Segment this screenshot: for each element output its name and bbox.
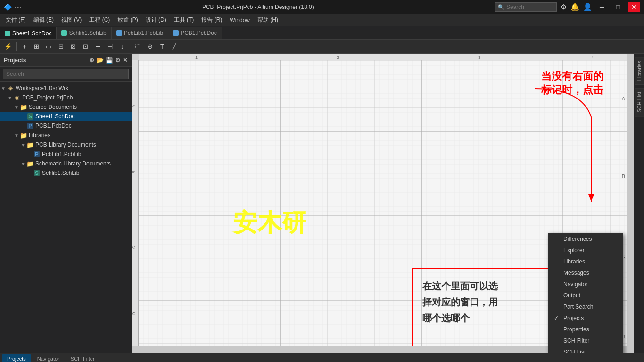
status-tab-projects[interactable]: Projects xyxy=(2,354,31,362)
tree-label: PcbLib1.PcbLib xyxy=(42,151,81,157)
search-bar xyxy=(0,67,132,82)
status-tab-sch-filter[interactable]: SCH Filter xyxy=(66,354,100,362)
tree-item-workspace[interactable]: ▼ ◈ Workspace1.DsnWrk xyxy=(0,83,132,93)
tree-arrow: ▼ xyxy=(13,133,20,138)
menu-item-label: Libraries xyxy=(563,258,585,265)
save-project-icon[interactable]: 💾 xyxy=(106,57,113,64)
tree-icon: P xyxy=(33,150,41,158)
close-button[interactable]: ✕ xyxy=(628,2,640,12)
tree-label: Source Documents xyxy=(29,104,77,110)
right-tab-sch-list[interactable]: SCH List xyxy=(635,88,644,116)
tab-schlib1[interactable]: Schlib1.SchLib xyxy=(57,27,111,39)
user-icon[interactable]: 👤 xyxy=(583,3,592,11)
menu-item-window[interactable]: Window xyxy=(226,16,254,25)
search-input[interactable] xyxy=(3,69,129,79)
notification-icon[interactable]: 🔔 xyxy=(570,3,579,11)
tree-item-pcb1[interactable]: P PCB1.PcbDoc xyxy=(0,121,132,131)
toolbar-btn-2[interactable]: ⊞ xyxy=(31,41,42,52)
title-text: PCB_Project.PrjPcb - Altium Designer (18… xyxy=(22,4,495,10)
context-menu-item-messages[interactable]: Messages xyxy=(548,267,623,279)
context-menu-item-libraries[interactable]: Libraries xyxy=(548,256,623,267)
tree-item-pcblib1[interactable]: P PcbLib1.PcbLib xyxy=(0,149,132,159)
context-menu-item-properties[interactable]: Properties xyxy=(548,324,623,335)
toolbar-btn-13[interactable]: ╱ xyxy=(169,41,180,52)
tree-item-schlib1[interactable]: S Schlib1.SchLib xyxy=(0,168,132,178)
canvas-area[interactable]: 1 2 3 4 A B C D xyxy=(132,54,634,353)
tree-arrow: ▼ xyxy=(7,95,13,100)
menu-item-reports[interactable]: 报告 (R) xyxy=(198,15,226,25)
menu-item-place[interactable]: 放置 (P) xyxy=(114,15,141,25)
tree-item-pcb-lib-docs[interactable]: ▼ 📁 PCB Library Documents xyxy=(0,140,132,149)
tree-item-sch-lib-docs[interactable]: ▼ 📁 Schematic Library Documents xyxy=(0,159,132,168)
menu-item-design[interactable]: 设计 (D) xyxy=(142,15,170,25)
context-menu-item-sch-filter[interactable]: SCH Filter xyxy=(548,335,623,346)
global-search-input[interactable] xyxy=(506,4,553,10)
annotation-center-yellow: 安木研 xyxy=(233,206,306,239)
search-icon: 🔍 xyxy=(498,4,504,10)
menu-item-file[interactable]: 文件 (F) xyxy=(2,15,30,25)
toolbar-btn-10[interactable]: ⬚ xyxy=(132,41,143,52)
tab-icon xyxy=(61,30,67,36)
toolbar-btn-3[interactable]: ▭ xyxy=(43,41,54,52)
toolbar-btn-7[interactable]: ⊢ xyxy=(92,41,103,52)
window-menu-icons: ▪▪▪ xyxy=(15,5,22,10)
tree-arrow: ▼ xyxy=(13,105,20,110)
tab-sheet1[interactable]: Sheet1.SchDoc xyxy=(0,27,57,39)
tree-label: PCB_Project.PrjPcb xyxy=(22,94,73,101)
tab-pcblib1[interactable]: PcbLib1.PcbLib xyxy=(112,27,168,39)
toolbar-btn-12[interactable]: T xyxy=(157,41,168,52)
toolbar-btn-6[interactable]: ⊡ xyxy=(80,41,91,52)
tree-label: PCB1.PcbDoc xyxy=(35,123,72,129)
tab-label: Sheet1.SchDoc xyxy=(12,30,51,37)
close-panel-icon[interactable]: ✕ xyxy=(123,57,128,64)
tree-icon: 📁 xyxy=(26,141,34,148)
tree-icon: 📁 xyxy=(20,132,27,139)
context-menu-item-projects[interactable]: ✓ Projects xyxy=(548,313,623,324)
context-menu-item-differences[interactable]: Differences xyxy=(548,233,623,245)
right-tab-libraries[interactable]: Libraries xyxy=(635,57,644,85)
tree-item-source-docs[interactable]: ▼ 📁 Source Documents xyxy=(0,102,132,112)
tree-label: Sheet1.SchDoc xyxy=(35,113,74,120)
context-menu-item-output[interactable]: Output xyxy=(548,290,623,301)
tab-pcb1[interactable]: PCB1.PcbDoc xyxy=(168,27,222,39)
menu-item-tools[interactable]: 工具 (T) xyxy=(170,15,198,25)
svg-text:A: A xyxy=(132,105,136,107)
restore-button[interactable]: □ xyxy=(612,2,624,12)
toolbar-btn-11[interactable]: ⊕ xyxy=(144,41,156,52)
titlebar: 🔷 ▪▪▪ PCB_Project.PrjPcb - Altium Design… xyxy=(0,0,644,14)
tree-item-project[interactable]: ▼ ◉ PCB_Project.PrjPcb xyxy=(0,93,132,102)
toolbar-btn-8[interactable]: ⊣ xyxy=(104,41,116,52)
ruler-vertical: A B C D xyxy=(132,60,139,346)
context-menu-item-sch-list[interactable]: SCH List xyxy=(548,346,623,353)
tree-label: Workspace1.DsnWrk xyxy=(16,85,68,91)
status-tab-navigator[interactable]: Navigator xyxy=(32,354,65,362)
menu-item-view[interactable]: 视图 (V) xyxy=(58,15,85,25)
tree-label: PCB Library Documents xyxy=(35,141,96,148)
tab-icon xyxy=(116,30,122,36)
new-project-icon[interactable]: ⊕ xyxy=(89,57,94,64)
toolbar-btn-5[interactable]: ⊠ xyxy=(67,41,79,52)
filter-button[interactable]: ⚡ xyxy=(2,41,14,52)
ruler-horizontal: 1 2 3 4 xyxy=(139,54,627,60)
toolbar-btn-4[interactable]: ⊟ xyxy=(55,41,66,52)
minimize-button[interactable]: ─ xyxy=(596,2,608,12)
context-menu-item-explorer[interactable]: Explorer xyxy=(548,245,623,256)
context-menu-item-part-search[interactable]: Part Search xyxy=(548,301,623,313)
menu-item-help[interactable]: 帮助 (H) xyxy=(254,15,282,25)
open-project-icon[interactable]: 📂 xyxy=(96,57,104,64)
menu-item-label: SCH List xyxy=(563,349,586,353)
tree-arrow: ▼ xyxy=(20,161,26,166)
tree-item-sheet1[interactable]: S Sheet1.SchDoc xyxy=(0,112,132,121)
toolbar-btn-9[interactable]: ↓ xyxy=(116,41,128,52)
add-wire-button[interactable]: ＋ xyxy=(18,41,30,52)
settings-icon[interactable]: ⚙ xyxy=(561,3,567,11)
settings-panel-icon[interactable]: ⚙ xyxy=(115,57,121,64)
panel-title: Projects xyxy=(4,57,26,64)
menu-item-edit[interactable]: 编辑 (E) xyxy=(30,15,58,25)
svg-text:C: C xyxy=(132,246,136,249)
svg-text:4: 4 xyxy=(591,55,594,60)
row-label-a: A xyxy=(622,96,625,101)
menu-item-project[interactable]: 工程 (C) xyxy=(85,15,114,25)
tree-item-libraries[interactable]: ▼ 📁 Libraries xyxy=(0,131,132,140)
context-menu-item-navigator[interactable]: Navigator xyxy=(548,279,623,290)
